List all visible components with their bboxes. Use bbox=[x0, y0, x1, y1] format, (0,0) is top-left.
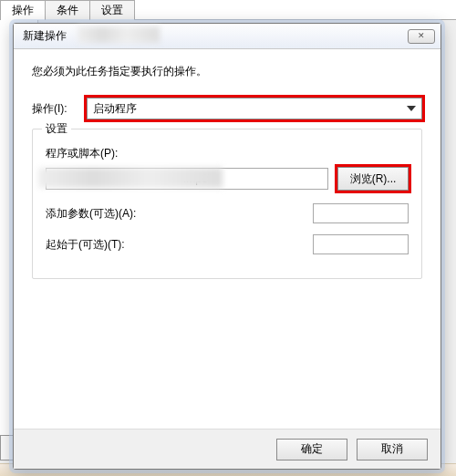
parent-tabs: 操作 条件 设置 bbox=[0, 0, 456, 20]
blur-decoration bbox=[78, 26, 160, 43]
blur-decoration bbox=[38, 168, 223, 188]
add-arguments-label: 添加参数(可选)(A): bbox=[46, 206, 155, 222]
ok-button[interactable]: 确定 bbox=[276, 439, 347, 460]
chevron-down-icon bbox=[407, 106, 416, 111]
action-combobox[interactable]: 启动程序 bbox=[87, 98, 422, 119]
settings-group: 设置 程序或脚本(P): 浏览(R)... 添加参数(可选)(A): 起始于(可… bbox=[32, 129, 422, 279]
close-button[interactable]: ✕ bbox=[408, 29, 435, 44]
titlebar: 新建操作 ✕ bbox=[14, 24, 440, 49]
start-in-label: 起始于(可选)(T): bbox=[46, 237, 155, 253]
add-arguments-input[interactable] bbox=[313, 203, 409, 223]
dialog-footer: 确定 取消 bbox=[14, 429, 440, 469]
parent-tab-actions[interactable]: 操作 bbox=[0, 0, 46, 20]
settings-legend: 设置 bbox=[42, 121, 71, 137]
dialog-content: 您必须为此任务指定要执行的操作。 操作(I): 启动程序 设置 程序或脚本(P)… bbox=[14, 49, 440, 429]
parent-tab-settings[interactable]: 设置 bbox=[89, 0, 135, 20]
program-script-label: 程序或脚本(P): bbox=[46, 146, 409, 161]
action-combobox-value: 启动程序 bbox=[93, 101, 137, 117]
new-action-dialog: 新建操作 ✕ 您必须为此任务指定要执行的操作。 操作(I): 启动程序 设置 程… bbox=[13, 23, 441, 470]
instruction-text: 您必须为此任务指定要执行的操作。 bbox=[32, 64, 422, 79]
cancel-button[interactable]: 取消 bbox=[357, 439, 428, 460]
browse-button[interactable]: 浏览(R)... bbox=[337, 167, 409, 191]
action-label: 操作(I): bbox=[32, 101, 87, 117]
start-in-input[interactable] bbox=[313, 234, 409, 254]
parent-tab-conditions[interactable]: 条件 bbox=[45, 0, 90, 20]
